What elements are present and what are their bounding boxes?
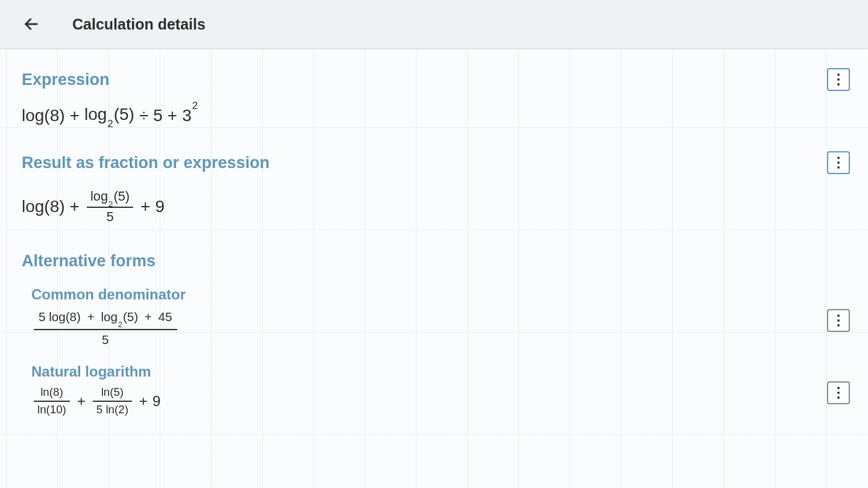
block-natural-logarithm: Natural logarithm ln(8) ln(10) + ln(5) 5… [22, 363, 846, 417]
app-header: Calculation details [0, 0, 868, 49]
fraction: ln(5) 5 ln(2) [93, 385, 132, 417]
expr-term: 9 [155, 197, 165, 216]
section-expression: Expression log(8) + log2(5) ÷ 5 + 32 [0, 61, 868, 144]
expr-op: + [70, 197, 80, 216]
natural-logarithm-formula: ln(8) ln(10) + ln(5) 5 ln(2) + 9 [31, 385, 846, 417]
section-result: Result as fraction or expression log(8) … [0, 144, 868, 243]
more-menu-natural-logarithm[interactable] [827, 381, 850, 404]
content-area: Expression log(8) + log2(5) ÷ 5 + 32 Res… [0, 49, 868, 488]
more-vertical-icon [837, 314, 840, 317]
more-vertical-icon [837, 387, 840, 389]
section-alternative: Alternative forms Common denominator 5 l… [0, 242, 868, 437]
alternative-heading: Alternative forms [22, 252, 846, 271]
more-vertical-icon [837, 157, 840, 159]
expr-op: + [139, 393, 148, 410]
expr-op: + [140, 197, 150, 216]
result-heading: Result as fraction or expression [22, 154, 846, 172]
expr-term: 9 [153, 393, 160, 410]
expr-term: log(8) [22, 106, 65, 125]
fraction: log2(5) 5 [87, 188, 133, 226]
result-formula: log(8) + log2(5) 5 + 9 [22, 188, 846, 226]
expr-term: 5 [153, 106, 163, 125]
expr-op: + [168, 106, 177, 125]
fraction: ln(8) ln(10) [34, 385, 70, 417]
more-menu-expression[interactable] [827, 68, 850, 91]
common-denominator-formula: 5 log(8) + log2(5) + 45 5 [31, 308, 846, 349]
arrow-left-icon [23, 16, 40, 33]
expr-term: 32 [182, 106, 198, 125]
expression-formula: log(8) + log2(5) ÷ 5 + 32 [22, 105, 846, 127]
expr-op: ÷ [139, 106, 148, 125]
page-title: Calculation details [72, 16, 206, 33]
expression-heading: Expression [22, 70, 846, 89]
expr-term: log(8) [22, 197, 65, 216]
natural-logarithm-heading: Natural logarithm [31, 363, 846, 380]
expr-op: + [70, 106, 80, 125]
back-button[interactable] [17, 10, 46, 39]
more-menu-result[interactable] [827, 151, 850, 174]
more-vertical-icon [837, 74, 840, 76]
common-denominator-heading: Common denominator [31, 286, 846, 303]
fraction: 5 log(8) + log2(5) + 45 5 [34, 308, 177, 349]
block-common-denominator: Common denominator 5 log(8) + log2(5) + … [22, 286, 846, 349]
expr-term: log2(5) [84, 105, 134, 127]
more-menu-common-denominator[interactable] [827, 309, 850, 332]
expr-op: + [77, 393, 86, 410]
